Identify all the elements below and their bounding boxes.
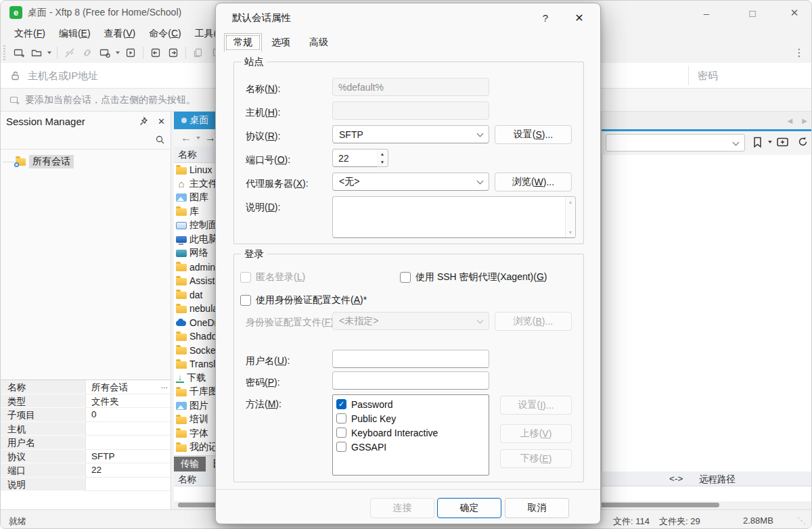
refresh-icon[interactable]: [796, 135, 809, 148]
file-icon: [176, 292, 187, 299]
file-name: nebula: [189, 303, 218, 314]
host-address-input[interactable]: 主机名或IP地址: [28, 70, 98, 83]
export-icon[interactable]: [164, 45, 182, 61]
transfer-direction-column[interactable]: <->: [669, 474, 683, 484]
property-value: SFTP: [91, 451, 115, 461]
methods-label: 方法(M):: [246, 398, 281, 411]
checkbox-icon: [336, 413, 346, 423]
toolbar-grip[interactable]: [3, 45, 5, 60]
dialog-password-input[interactable]: [332, 371, 489, 390]
dialog-tab[interactable]: 高级: [300, 33, 338, 52]
pin-icon[interactable]: [139, 116, 148, 126]
proxy-browse-button[interactable]: 浏览(W)...: [495, 172, 572, 191]
property-label: 名称: [1, 380, 86, 394]
dialog-tab[interactable]: 选项: [262, 33, 300, 52]
sessions-folder-icon: [16, 158, 26, 166]
method-settings-button: 设置(I)...: [500, 396, 572, 415]
textarea-scrollbar[interactable]: ▲ ▼: [565, 197, 575, 237]
auth-method-row[interactable]: Public Key: [336, 411, 485, 426]
session-properties-dropdown-icon[interactable]: [116, 51, 120, 54]
file-name: 库: [189, 206, 199, 218]
menu-item[interactable]: 查看(V): [97, 26, 143, 41]
search-icon[interactable]: [155, 135, 165, 145]
protocol-settings-button[interactable]: 设置(S)...: [495, 125, 572, 144]
property-value: 0: [91, 409, 97, 419]
tab-scroll-left-icon[interactable]: ◀: [788, 117, 793, 124]
scroll-down-icon: ▼: [566, 230, 575, 235]
file-name: 此电脑: [189, 233, 218, 246]
auth-method-row[interactable]: Keyboard Interactive: [336, 426, 485, 440]
dialog-tab[interactable]: 常规: [224, 33, 262, 52]
all-sessions-label: 所有会话: [29, 155, 74, 168]
username-input[interactable]: [593, 63, 688, 88]
open-folder-icon[interactable]: [28, 45, 45, 61]
chevron-down-icon[interactable]: [733, 139, 740, 146]
file-icon: [176, 264, 187, 271]
tab-transfer[interactable]: 传输: [174, 457, 206, 472]
menu-item[interactable]: 文件(F): [7, 26, 52, 41]
auth-profile-checkbox[interactable]: 使用身份验证配置文件(A)*: [240, 294, 367, 306]
new-session-icon[interactable]: [10, 45, 28, 61]
checkbox-icon: [240, 295, 251, 306]
maximize-button[interactable]: □: [742, 5, 763, 21]
run-icon[interactable]: [122, 45, 139, 61]
more-button[interactable]: ...: [161, 381, 168, 390]
bookmark-dropdown-icon[interactable]: [768, 141, 772, 143]
transfer-name-column[interactable]: 名称: [178, 474, 196, 486]
spin-up-icon: ▲: [377, 150, 388, 158]
back-history-icon[interactable]: [196, 137, 200, 139]
property-row: 类型 文件夹: [1, 394, 171, 409]
session-manager-title: Session Manager: [6, 116, 139, 127]
xagent-checkbox[interactable]: 使用 SSH 密钥代理(Xagent)(G): [400, 271, 547, 283]
menu-item[interactable]: 编辑(E): [52, 26, 97, 41]
remote-path-combo[interactable]: [606, 134, 745, 152]
file-name: admin: [189, 262, 215, 273]
file-name: Socket: [189, 345, 219, 356]
protocol-combo[interactable]: SFTP: [332, 125, 489, 143]
property-row: 用户名: [1, 436, 171, 450]
dialog-help-button[interactable]: ?: [537, 9, 554, 26]
back-icon[interactable]: ←: [178, 132, 194, 144]
cancel-button[interactable]: 取消: [505, 498, 569, 518]
port-input[interactable]: 22: [332, 149, 378, 167]
close-button[interactable]: ✕: [784, 5, 805, 21]
transfer-remote-column[interactable]: 远程路径: [699, 474, 736, 486]
port-spinner[interactable]: ▲▼: [377, 149, 388, 167]
new-folder-icon[interactable]: [776, 136, 790, 148]
file-icon: [176, 179, 187, 188]
password-input[interactable]: 密码: [698, 70, 718, 83]
bookmark-icon[interactable]: [752, 136, 763, 149]
auth-methods-listbox[interactable]: ✓ Password Public Key Keyboard Interacti…: [332, 394, 489, 476]
ok-button[interactable]: 确定: [437, 498, 501, 518]
remote-file-area: [602, 155, 811, 472]
property-label: 子项目: [1, 408, 86, 422]
panel-close-icon[interactable]: ✕: [158, 116, 165, 127]
menu-item[interactable]: 命令(C): [142, 26, 187, 41]
resize-grip[interactable]: ⋱: [797, 515, 806, 526]
auth-method-name: Public Key: [351, 413, 396, 424]
import-icon[interactable]: [147, 45, 164, 61]
tab-scroll-right-icon[interactable]: ▶: [802, 117, 807, 124]
hint-text: 要添加当前会话，点击左侧的箭头按钮。: [25, 94, 196, 106]
tab-desktop[interactable]: 桌面: [174, 112, 216, 129]
auth-method-row[interactable]: ✓ Password: [336, 397, 485, 411]
proxy-combo[interactable]: <无>: [332, 172, 489, 191]
port-label: 端口号(O):: [246, 154, 290, 166]
file-name: 我的记: [189, 441, 218, 453]
auth-method-row[interactable]: GSSAPI: [336, 440, 485, 454]
auth-method-name: Password: [351, 399, 392, 410]
file-icon: [176, 347, 187, 354]
proxy-label: 代理服务器(X):: [246, 178, 309, 190]
open-folder-dropdown-icon[interactable]: [47, 51, 51, 54]
dialog-username-input[interactable]: [332, 350, 489, 368]
status-folders: 文件夹: 29: [659, 515, 700, 528]
description-textarea[interactable]: ▲ ▼: [332, 196, 576, 238]
toolbar-overflow-icon[interactable]: ⋮: [792, 44, 806, 62]
minimize-button[interactable]: –: [696, 5, 717, 21]
file-name: Shado: [189, 331, 217, 342]
session-search-row[interactable]: [1, 131, 171, 150]
property-row: 名称 所有会话...: [1, 380, 171, 394]
session-properties-icon[interactable]: [96, 45, 114, 61]
tree-item-all-sessions[interactable]: 所有会话: [3, 155, 171, 168]
dialog-close-button[interactable]: ✕: [569, 9, 589, 26]
